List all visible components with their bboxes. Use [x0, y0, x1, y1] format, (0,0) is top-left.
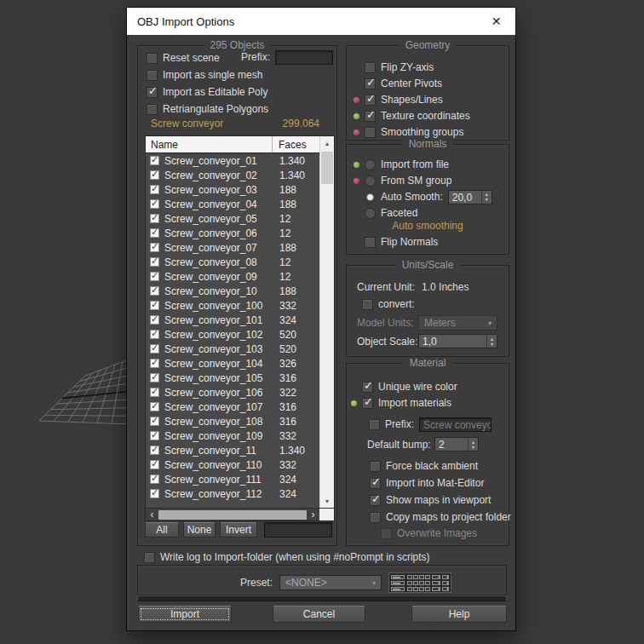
list-row[interactable]: Screw_conveyor_111 324	[146, 472, 319, 486]
row-checkbox[interactable]	[150, 460, 159, 469]
row-checkbox[interactable]	[150, 272, 159, 281]
row-checkbox[interactable]	[150, 344, 159, 354]
list-row[interactable]: Screw_conveyor_101 324	[146, 313, 319, 327]
from-sm-group-radio[interactable]	[365, 175, 376, 187]
select-none-button[interactable]: None	[183, 522, 216, 538]
row-checkbox[interactable]	[150, 199, 159, 209]
list-row[interactable]: Screw_conveyor_102 520	[146, 327, 319, 342]
auto-smooth-radio[interactable]	[365, 192, 376, 203]
material-prefix-checkbox[interactable]	[369, 419, 380, 430]
horizontal-scrollbar[interactable]: ‹ ›	[146, 508, 334, 520]
single-mesh-checkbox[interactable]	[147, 70, 158, 81]
shapes-lines-checkbox[interactable]	[365, 95, 376, 106]
row-checkbox[interactable]	[150, 286, 159, 296]
list-row[interactable]: Screw_conveyor_103 520	[146, 342, 319, 356]
spinner-arrows-icon[interactable]: ▴▾	[468, 438, 478, 451]
row-checkbox[interactable]	[150, 474, 159, 484]
list-row[interactable]: Screw_conveyor_09 12	[146, 269, 319, 284]
prefix-input[interactable]	[275, 50, 333, 65]
select-invert-button[interactable]: Invert	[220, 522, 257, 538]
write-log-checkbox[interactable]	[144, 552, 155, 563]
row-checkbox[interactable]	[150, 185, 159, 194]
scroll-down-icon[interactable]: ▼	[320, 494, 334, 508]
material-prefix-input[interactable]: Screw conveyor	[419, 417, 492, 432]
row-checkbox[interactable]	[150, 489, 159, 498]
preset-editor-button[interactable]	[388, 572, 451, 593]
scroll-right-icon[interactable]: ›	[307, 509, 319, 520]
list-row[interactable]: Screw_conveyor_108 316	[146, 414, 319, 428]
import-from-file-radio[interactable]	[365, 159, 376, 170]
retriangulate-checkbox[interactable]	[147, 104, 158, 115]
list-row[interactable]: Screw_conveyor_03 188	[146, 182, 319, 197]
row-checkbox[interactable]	[150, 402, 159, 411]
select-all-button[interactable]: All	[145, 522, 179, 538]
list-row[interactable]: Screw_conveyor_109 332	[146, 428, 319, 443]
list-row[interactable]: Screw_conveyor_07 188	[146, 240, 319, 255]
list-row[interactable]: Screw_conveyor_04 188	[146, 197, 319, 211]
scroll-up-icon[interactable]: ▲	[320, 136, 334, 150]
list-row[interactable]: Screw_conveyor_06 12	[146, 226, 319, 240]
list-row[interactable]: Screw_conveyor_104 326	[146, 356, 319, 371]
force-black-checkbox[interactable]	[370, 461, 381, 472]
row-checkbox[interactable]	[150, 373, 159, 382]
reset-scene-checkbox[interactable]	[147, 53, 158, 64]
list-row[interactable]: Screw_conveyor_10 188	[146, 284, 319, 298]
overwrite-images-checkbox[interactable]	[381, 528, 392, 539]
faceted-radio[interactable]	[365, 208, 376, 219]
auto-smooth-spinner[interactable]: 20,0 ▴▾	[448, 190, 492, 204]
list-row[interactable]: Screw_conveyor_08 12	[146, 255, 319, 269]
editable-poly-checkbox[interactable]	[147, 87, 158, 98]
row-checkbox[interactable]	[150, 156, 159, 165]
spinner-arrows-icon[interactable]: ▴▾	[481, 191, 492, 204]
scroll-left-icon[interactable]: ‹	[146, 509, 158, 520]
list-row[interactable]: Screw_conveyor_105 316	[146, 371, 319, 385]
cancel-button[interactable]: Cancel	[273, 606, 365, 623]
smoothing-groups-checkbox[interactable]	[365, 127, 376, 138]
list-row[interactable]: Screw_conveyor_110 332	[146, 457, 319, 472]
row-checkbox[interactable]	[150, 431, 159, 440]
vscroll-thumb[interactable]	[321, 152, 333, 184]
flip-normals-checkbox[interactable]	[365, 237, 376, 248]
model-units-dropdown[interactable]: Meters ▾	[418, 315, 497, 331]
default-bump-spinner[interactable]: 2 ▴▾	[434, 437, 479, 451]
row-checkbox[interactable]	[150, 301, 159, 310]
filter-input[interactable]	[264, 522, 332, 538]
row-checkbox[interactable]	[150, 315, 159, 325]
row-checkbox[interactable]	[150, 214, 159, 223]
list-row[interactable]: Screw_conveyor_11 1.340	[146, 443, 319, 457]
list-row[interactable]: Screw_conveyor_02 1.340	[146, 168, 319, 182]
column-name[interactable]: Name	[146, 136, 273, 152]
row-checkbox[interactable]	[150, 170, 159, 180]
show-maps-checkbox[interactable]	[370, 495, 381, 506]
row-checkbox[interactable]	[150, 446, 159, 455]
flip-zy-checkbox[interactable]	[365, 62, 376, 73]
list-row[interactable]: Screw_conveyor_107 316	[146, 400, 319, 414]
list-row[interactable]: Screw_conveyor_112 324	[146, 486, 319, 501]
column-faces[interactable]: Faces	[273, 139, 307, 151]
unique-wire-checkbox[interactable]	[362, 382, 373, 393]
import-materials-checkbox[interactable]	[362, 398, 373, 409]
row-checkbox[interactable]	[150, 359, 159, 368]
hscroll-thumb[interactable]	[158, 510, 307, 520]
object-scale-spinner[interactable]: 1,0 ▴▾	[418, 334, 497, 348]
list-row[interactable]: Screw_conveyor_106 322	[146, 385, 319, 400]
list-row[interactable]: Screw_conveyor_100 332	[146, 298, 319, 313]
row-checkbox[interactable]	[150, 330, 159, 339]
center-pivots-checkbox[interactable]	[365, 78, 376, 89]
import-button[interactable]: Import	[138, 606, 232, 623]
preset-dropdown[interactable]: <NONE> ▾	[279, 575, 382, 590]
convert-checkbox[interactable]	[362, 299, 373, 310]
vscroll-track[interactable]	[320, 150, 334, 494]
mat-editor-checkbox[interactable]	[370, 478, 381, 489]
close-button[interactable]: ✕	[477, 8, 515, 35]
copy-maps-checkbox[interactable]	[370, 512, 381, 523]
row-checkbox[interactable]	[150, 228, 159, 238]
list-header[interactable]: Name Faces	[146, 136, 319, 153]
vertical-scrollbar[interactable]: ▲ ▼	[319, 136, 334, 508]
row-checkbox[interactable]	[150, 417, 159, 426]
spinner-arrows-icon[interactable]: ▴▾	[486, 335, 497, 348]
row-checkbox[interactable]	[150, 243, 159, 252]
help-button[interactable]: Help	[411, 606, 507, 623]
row-checkbox[interactable]	[150, 257, 159, 267]
texture-coords-checkbox[interactable]	[365, 111, 376, 122]
